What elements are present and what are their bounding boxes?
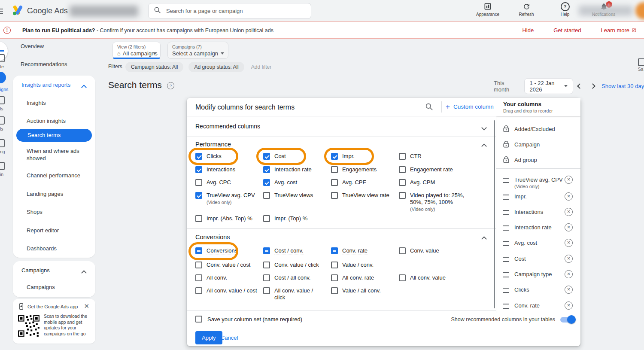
checkbox-unchecked[interactable] [263,287,270,294]
previous-period-button[interactable] [573,79,586,94]
column-option[interactable]: Interaction rate [263,166,331,173]
drag-handle-icon[interactable] [503,288,509,293]
checkbox-unchecked[interactable] [195,179,202,186]
remove-column-icon[interactable]: × [565,176,573,184]
column-option[interactable]: Conv. value [399,247,467,255]
show-recommended-toggle[interactable] [560,317,575,323]
add-filter-button[interactable]: Add filter [249,62,273,72]
rail-item-fragment[interactable]: te [0,62,15,70]
sidebar-item-recommendations[interactable]: Recommendations [21,61,67,67]
draggable-column-row[interactable]: Impr.× [496,189,580,204]
column-option[interactable]: All conv. value / cost [195,287,263,301]
sidebar-item-dashboards[interactable]: Dashboards [27,245,83,252]
search-input[interactable] [165,7,306,15]
column-option[interactable]: Engagements [331,166,399,173]
sidebar-item-insights[interactable]: Insights [27,99,83,107]
drag-handle-icon[interactable] [503,241,509,246]
checkbox-unchecked[interactable] [399,179,406,186]
drag-handle-icon[interactable] [503,272,509,277]
remove-column-icon[interactable]: × [565,301,573,310]
checkbox-unchecked[interactable] [331,262,338,268]
column-option[interactable]: TrueView avg. CPV(Video only) [195,192,263,212]
drag-handle-icon[interactable] [503,210,509,215]
checkbox-unchecked[interactable] [399,247,406,254]
column-option[interactable]: Value / conv. [331,262,399,268]
search-columns-icon[interactable] [425,103,433,113]
checkbox-unchecked[interactable] [263,215,270,222]
checkbox-checked[interactable] [263,153,270,160]
group-campaigns[interactable]: Campaigns [21,267,50,274]
checkbox-checked[interactable] [263,179,270,186]
draggable-column-row[interactable]: Interaction rate× [496,220,580,235]
checkbox-checked[interactable] [195,192,202,199]
column-option[interactable]: Value / all conv. [331,287,399,301]
column-option[interactable]: Cost / all conv. [263,274,331,281]
sidebar-item-campaigns[interactable]: Campaigns [27,283,55,291]
checkbox-indeterminate[interactable] [195,247,202,254]
remove-column-icon[interactable]: × [565,192,573,201]
column-option[interactable]: Avg. cost [263,179,331,186]
column-option[interactable]: Conv. rate [331,247,399,255]
column-option[interactable]: Avg. CPE [331,179,399,186]
close-icon[interactable]: ✕ [84,302,89,310]
next-period-button[interactable] [586,79,599,94]
column-option[interactable]: CTR [399,153,467,160]
column-option[interactable]: Cost [263,153,331,160]
save-column-set-option[interactable]: Save your column set (name required) [195,316,302,323]
edge-partial-button[interactable]: Sa [638,58,644,72]
draggable-column-row[interactable]: Conv. rate× [496,298,580,313]
checkbox-unchecked[interactable] [399,274,406,281]
checkbox-unchecked[interactable] [195,262,202,268]
draggable-column-row[interactable]: Cost× [496,252,580,266]
column-option[interactable]: TrueView views [263,192,331,212]
hide-link[interactable]: Hide [522,27,534,33]
menu-icon[interactable] [0,7,3,13]
collapse-icon[interactable] [82,83,86,91]
drag-handle-icon[interactable] [503,257,509,262]
cancel-button[interactable]: Cancel [221,335,238,341]
checkbox-unchecked[interactable] [331,179,338,186]
column-option[interactable]: All conv. [195,274,263,281]
checkbox-unchecked[interactable] [399,166,406,173]
draggable-column-row[interactable]: Avg. cost× [496,236,580,250]
column-option[interactable]: Cost / conv. [263,247,331,255]
column-option[interactable]: All conv. value [399,274,467,281]
checkbox-unchecked[interactable] [263,192,270,199]
checkbox-unchecked[interactable] [331,166,338,173]
view-selector[interactable]: View (2 filters) ⌂ All campaigns [112,42,161,59]
column-option[interactable]: TrueView view rate [331,192,399,212]
sidebar-item-report-editor[interactable]: Report editor [27,227,83,234]
draggable-column-row[interactable]: Campaign type× [496,267,580,282]
remove-column-icon[interactable]: × [565,270,573,278]
sidebar-item-auction-insights[interactable]: Auction insights [27,117,83,125]
checkbox-checked[interactable] [195,166,202,173]
filter-chip-campaign-status[interactable]: Campaign status: All [125,62,183,72]
column-option[interactable]: Interactions [195,166,263,173]
collapse-icon[interactable] [82,269,86,277]
draggable-column-row[interactable]: TrueView avg. CPV(Video only)× [496,173,580,187]
scrollbar[interactable] [494,120,495,308]
apply-button[interactable]: Apply [195,331,222,344]
remove-column-icon[interactable]: × [565,286,573,294]
column-option[interactable]: Conv. value / cost [195,262,263,268]
checkbox-indeterminate[interactable] [331,247,338,254]
campaign-selector[interactable]: Campaigns (7) Select a campaign [167,42,228,59]
column-option[interactable]: Clicks [195,153,263,160]
column-option[interactable]: Engagement rate [399,166,467,173]
custom-column-button[interactable]: + Custom column [446,103,494,110]
refresh-button[interactable]: Refresh [511,2,542,21]
chevron-up-icon[interactable] [482,142,486,150]
column-option[interactable]: Avg. CPC [195,179,263,186]
checkbox-unchecked[interactable] [195,215,202,222]
checkbox-unchecked[interactable] [331,274,338,281]
checkbox-unchecked[interactable] [263,262,270,268]
help-button[interactable]: ?Help [550,2,580,21]
help-icon[interactable]: ? [167,82,174,89]
column-option[interactable]: Avg. CPM [399,179,467,186]
learn-more-link[interactable]: Learn more [601,27,636,33]
draggable-column-row[interactable]: Interactions× [496,205,580,219]
column-option[interactable]: Conversions [195,247,263,255]
show-last-30-days-link[interactable]: Show last 30 days [601,83,644,89]
drag-handle-icon[interactable] [503,195,509,200]
checkbox-checked[interactable] [263,166,270,173]
